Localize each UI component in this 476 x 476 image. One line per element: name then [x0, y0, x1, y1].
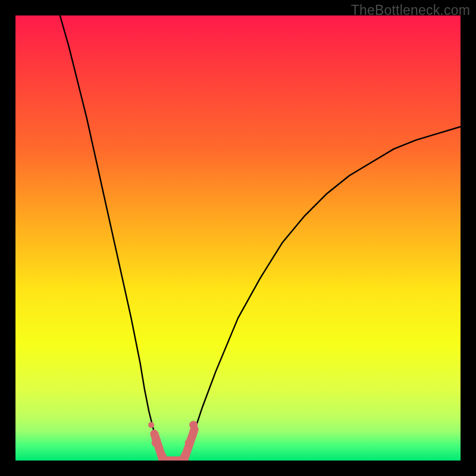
bottleneck-chart-svg — [15, 15, 461, 461]
svg-point-0 — [148, 422, 154, 428]
svg-point-8 — [185, 439, 193, 447]
chart-plot-area — [15, 15, 461, 461]
watermark-text: TheBottleneck.com — [351, 2, 470, 18]
svg-point-7 — [180, 452, 189, 461]
gradient-background — [15, 15, 461, 461]
svg-point-9 — [189, 421, 198, 429]
svg-point-1 — [152, 439, 160, 447]
